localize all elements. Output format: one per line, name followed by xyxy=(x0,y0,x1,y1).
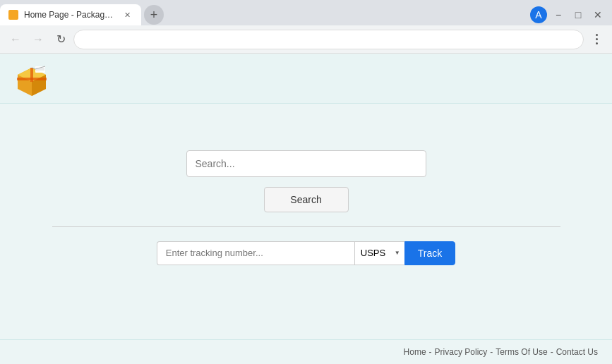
search-button[interactable]: Search xyxy=(264,187,349,212)
track-button[interactable]: Track xyxy=(404,241,455,265)
footer-terms-link[interactable]: Terms Of Use xyxy=(496,347,547,357)
track-section: USPS FedEx UPS DHL Track xyxy=(157,241,455,265)
window-controls: A − □ ✕ xyxy=(530,4,612,25)
tracking-number-input[interactable] xyxy=(157,241,354,265)
divider xyxy=(52,226,560,227)
footer-contact-link[interactable]: Contact Us xyxy=(556,347,598,357)
search-input[interactable] xyxy=(186,150,426,177)
forward-button[interactable]: → xyxy=(28,30,48,49)
browser-toolbar: ← → ↻ xyxy=(0,25,612,54)
footer-privacy-link[interactable]: Privacy Policy xyxy=(435,347,488,357)
footer-home-link[interactable]: Home xyxy=(404,347,426,357)
maximize-button[interactable]: □ xyxy=(570,6,587,23)
browser-chrome: Home Page - Package Tr ✕ + A − □ ✕ ← → ↻ xyxy=(0,0,612,54)
footer-sep-1: - xyxy=(429,347,432,357)
menu-button[interactable] xyxy=(587,30,606,49)
active-tab[interactable]: Home Page - Package Tr ✕ xyxy=(0,4,141,25)
page-content: Search USPS FedEx UPS DHL Track Home - P… xyxy=(0,54,612,364)
address-bar[interactable] xyxy=(73,30,584,49)
footer-sep-2: - xyxy=(490,347,493,357)
back-button[interactable]: ← xyxy=(6,30,25,49)
page-main: Search USPS FedEx UPS DHL Track xyxy=(0,104,612,339)
minimize-button[interactable]: − xyxy=(550,6,567,23)
close-button[interactable]: ✕ xyxy=(589,6,606,23)
footer-links: Home - Privacy Policy - Terms Of Use - C… xyxy=(14,347,598,357)
profile-icon[interactable]: A xyxy=(530,6,547,23)
logo-area xyxy=(14,61,598,96)
reload-button[interactable]: ↻ xyxy=(51,30,71,49)
svg-marker-4 xyxy=(30,68,33,82)
page-header xyxy=(0,54,612,104)
new-tab-button[interactable]: + xyxy=(144,5,164,25)
tab-title: Home Page - Package Tr xyxy=(24,10,116,20)
tab-favicon xyxy=(8,10,18,20)
footer-sep-3: - xyxy=(551,347,553,357)
tab-bar: Home Page - Package Tr ✕ + A − □ ✕ xyxy=(0,0,612,25)
svg-rect-5 xyxy=(35,66,45,73)
tab-close-button[interactable]: ✕ xyxy=(121,9,133,20)
carrier-select[interactable]: USPS FedEx UPS DHL xyxy=(354,241,404,265)
carrier-select-wrapper: USPS FedEx UPS DHL xyxy=(354,241,404,265)
search-section: Search xyxy=(186,150,426,212)
package-logo-icon xyxy=(14,61,49,96)
page-footer: Home - Privacy Policy - Terms Of Use - C… xyxy=(0,339,612,364)
